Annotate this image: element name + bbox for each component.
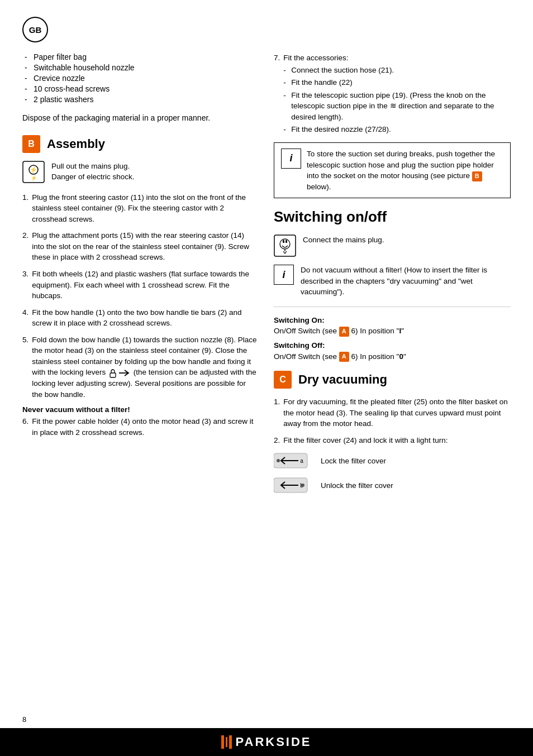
list-item: Switchable household nozzle	[22, 63, 257, 72]
dry-step-1-text: For dry vacuuming, fit the pleated filte…	[283, 396, 511, 429]
arrow-right-icon	[119, 369, 131, 377]
section-c-title: Dry vacuuming	[298, 372, 387, 387]
switching-off-label: Switching Off:	[274, 341, 325, 350]
filter-lock-icon: a	[274, 451, 313, 470]
switching-on-text: On/Off Switch (see A 6) In position "I"	[274, 327, 404, 335]
step-5-text: Fold down the bow handle (1) towards the…	[32, 334, 257, 400]
step-7-sub-list: Connect the suction hose (21). Fit the h…	[283, 65, 511, 135]
brand-name: PARKSIDE	[235, 735, 311, 749]
stripe-2	[226, 737, 227, 747]
sub-item: Connect the suction hose (21).	[283, 65, 511, 76]
section-b-badge: B	[22, 135, 40, 153]
two-col-layout: Paper filter bag Switchable household no…	[22, 52, 511, 500]
switching-heading: Switching on/off	[274, 208, 511, 226]
padlock-svg	[108, 368, 118, 378]
svg-point-18	[301, 484, 304, 487]
inline-badge-a-2: A	[339, 352, 349, 362]
right-column: 7. Fit the accessories: Connect the suct…	[274, 52, 511, 500]
connect-mains-text: Connect the mains plug.	[303, 235, 384, 246]
svg-text:⚡: ⚡	[30, 166, 37, 174]
step-7-num: 7.	[274, 52, 280, 137]
inline-badge-a-1: A	[339, 327, 349, 337]
sub-item: Fit the handle (22)	[283, 77, 511, 88]
list-item: Paper filter bag	[22, 52, 257, 61]
svg-rect-4	[110, 373, 116, 377]
section-b-heading: B Assembly	[22, 135, 257, 153]
electric-shock-icon: ⚡ ⚡	[22, 161, 45, 183]
gb-label: GB	[29, 25, 42, 35]
inline-badge-b: B	[472, 171, 482, 181]
switching-on-label: Switching On:	[274, 316, 325, 324]
warning-text: Pull out the mains plug. Danger of elect…	[51, 161, 135, 183]
step-3-text: Fit both wheels (12) and plastic washers…	[32, 269, 257, 302]
dry-step-1: For dry vacuuming, fit the pleated filte…	[274, 396, 511, 429]
logo-stripes	[221, 735, 232, 749]
list-item: Crevice nozzle	[22, 74, 257, 83]
info-icon-2: i	[274, 265, 294, 285]
dispose-text: Dispose of the packaging material in a p…	[22, 113, 257, 124]
warning-row: ⚡ ⚡ Pull out the mains plug. Danger of e…	[22, 161, 257, 183]
list-item: 2 plastic washers	[22, 95, 257, 104]
step-5: Fold down the bow handle (1) towards the…	[22, 334, 257, 400]
gb-badge: GB	[22, 17, 48, 42]
stripe-1	[221, 735, 224, 749]
info-icon: i	[281, 149, 301, 169]
warning-line2: Danger of electric shock.	[51, 171, 135, 183]
stripe-3	[229, 735, 232, 749]
svg-text:⚡: ⚡	[31, 175, 37, 181]
filter-unlock-icon: b	[274, 476, 313, 495]
info-box-storage: i To store the suction set during breaks…	[274, 142, 511, 198]
divider	[274, 307, 511, 307]
step-2: Plug the attachment ports (15) with the …	[22, 230, 257, 263]
switching-on-block: Switching On: On/Off Switch (see A 6) In…	[274, 315, 511, 337]
step-6-num: 6.	[22, 416, 28, 438]
svg-text:a: a	[300, 458, 303, 464]
step-6-text: Fit the power cable holder (4) onto the …	[32, 416, 257, 438]
svg-rect-9	[285, 240, 287, 243]
dry-vac-steps: For dry vacuuming, fit the pleated filte…	[274, 396, 511, 446]
section-c-badge: C	[274, 371, 292, 389]
step-3: Fit both wheels (12) and plastic washers…	[22, 269, 257, 302]
switching-off-block: Switching Off: On/Off Switch (see A 6) I…	[274, 340, 511, 362]
warning-line1: Pull out the mains plug.	[51, 161, 135, 172]
filter-unlock-row: b Unlock the filter cover	[274, 476, 511, 495]
step-6: 6. Fit the power cable holder (4) onto t…	[22, 416, 257, 438]
step-1-text: Plug the front steering castor (11) into…	[32, 192, 257, 225]
parkside-logo: PARKSIDE	[221, 735, 311, 749]
page-container: GB Paper filter bag Switchable household…	[0, 0, 533, 756]
info-text-storage: To store the suction set during breaks, …	[307, 149, 503, 192]
svg-point-14	[277, 459, 280, 462]
bottom-bar: PARKSIDE	[0, 728, 533, 756]
dry-step-2: Fit the filter cover (24) and lock it wi…	[274, 435, 511, 446]
step-4-text: Fit the bow handle (1) onto the two bow …	[32, 307, 257, 329]
section-c-heading: C Dry vacuuming	[274, 371, 511, 389]
step-7-label: Fit the accessories:	[283, 54, 348, 62]
plug-icon	[274, 235, 296, 257]
connect-mains-row: Connect the mains plug.	[274, 235, 511, 257]
filter-lock-row: a Lock the filter cover	[274, 451, 511, 470]
sub-item: Fit the telescopic suction pipe (19). (P…	[283, 90, 511, 123]
no-filter-row: i Do not vacuum without a filter! (How t…	[274, 265, 511, 298]
step-1: Plug the front steering castor (11) into…	[22, 192, 257, 225]
switching-off-text: On/Off Switch (see A 6) In position "0"	[274, 352, 406, 361]
dry-step-2-text: Fit the filter cover (24) and lock it wi…	[283, 435, 511, 446]
step-4: Fit the bow handle (1) onto the two bow …	[22, 307, 257, 329]
step-7-content: Fit the accessories: Connect the suction…	[283, 52, 511, 137]
assembly-steps: Plug the front steering castor (11) into…	[22, 192, 257, 400]
sub-item: Fit the desired nozzle (27/28).	[283, 124, 511, 135]
page-number: 8	[22, 715, 26, 724]
items-list: Paper filter bag Switchable household no…	[22, 52, 257, 104]
step-7: 7. Fit the accessories: Connect the suct…	[274, 52, 511, 137]
step-2-text: Plug the attachment ports (15) with the …	[32, 230, 257, 263]
no-filter-text: Do not vacuum without a filter! (How to …	[301, 265, 511, 298]
never-vac-text: Never vacuum without a filter!	[22, 405, 257, 414]
left-column: Paper filter bag Switchable household no…	[22, 52, 257, 500]
svg-rect-8	[283, 240, 284, 243]
section-b-title: Assembly	[47, 137, 105, 151]
list-item: 10 cross-head screws	[22, 84, 257, 93]
filter-lock-label: Lock the filter cover	[321, 457, 386, 465]
switching-labels: Switching On: On/Off Switch (see A 6) In…	[274, 315, 511, 362]
filter-unlock-label: Unlock the filter cover	[321, 481, 393, 490]
lock-levers-icon	[108, 368, 131, 378]
